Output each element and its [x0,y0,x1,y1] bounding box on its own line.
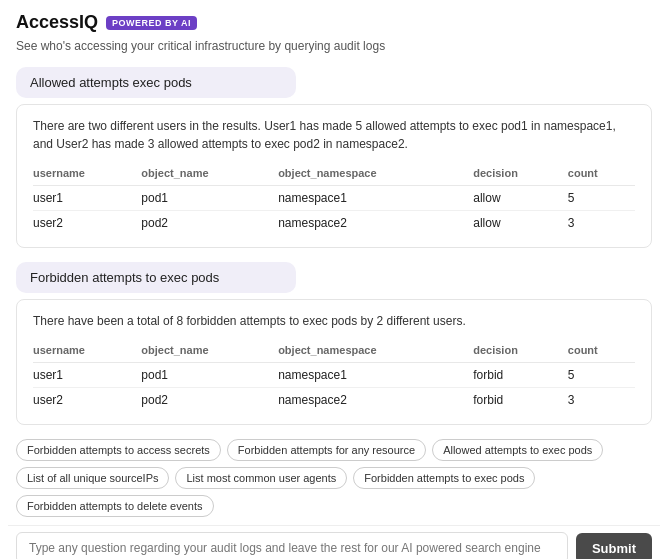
col-header-object_name-1: object_name [141,163,278,186]
col-header-decision-2: decision [473,340,568,363]
main-content: Allowed attempts exec pods There are two… [0,63,668,559]
response-summary-2: There have been a total of 8 forbidden a… [33,312,635,330]
submit-button[interactable]: Submit [576,533,652,560]
suggestion-chip[interactable]: Forbidden attempts to delete events [16,495,214,517]
query-bubble-1: Allowed attempts exec pods [16,67,296,98]
table-row: user1pod1namespace1allow5 [33,186,635,211]
col-header-username-2: username [33,340,141,363]
query-bubble-2: Forbidden attempts to exec pods [16,262,296,293]
suggestion-chip[interactable]: List of all unique sourceIPs [16,467,169,489]
input-row: Submit [8,525,660,559]
response-summary-1: There are two different users in the res… [33,117,635,153]
col-header-decision-1: decision [473,163,568,186]
suggestion-chip[interactable]: Forbidden attempts for any resource [227,439,426,461]
query-input[interactable] [16,532,568,559]
suggestion-chip[interactable]: List most common user agents [175,467,347,489]
col-header-username-1: username [33,163,141,186]
table-row: user1pod1namespace1forbid5 [33,363,635,388]
table-row: user2pod2namespace2allow3 [33,211,635,236]
app-subtitle: See who's accessing your critical infras… [0,37,668,63]
data-table-1: username object_name object_namespace de… [33,163,635,235]
col-header-count-1: count [568,163,635,186]
col-header-object_name-2: object_name [141,340,278,363]
col-header-object_namespace-1: object_namespace [278,163,473,186]
suggestion-chip[interactable]: Forbidden attempts to access secrets [16,439,221,461]
suggestion-chip[interactable]: Allowed attempts to exec pods [432,439,603,461]
app-header: AccessIQ POWERED BY AI [0,0,668,37]
col-header-count-2: count [568,340,635,363]
table-row: user2pod2namespace2forbid3 [33,388,635,413]
suggestions-row: Forbidden attempts to access secretsForb… [8,435,660,523]
app-title: AccessIQ [16,12,98,33]
suggestion-chip[interactable]: Forbidden attempts to exec pods [353,467,535,489]
data-table-2: username object_name object_namespace de… [33,340,635,412]
response-card-1: There are two different users in the res… [16,104,652,248]
response-card-2: There have been a total of 8 forbidden a… [16,299,652,425]
col-header-object_namespace-2: object_namespace [278,340,473,363]
ai-badge: POWERED BY AI [106,16,197,30]
